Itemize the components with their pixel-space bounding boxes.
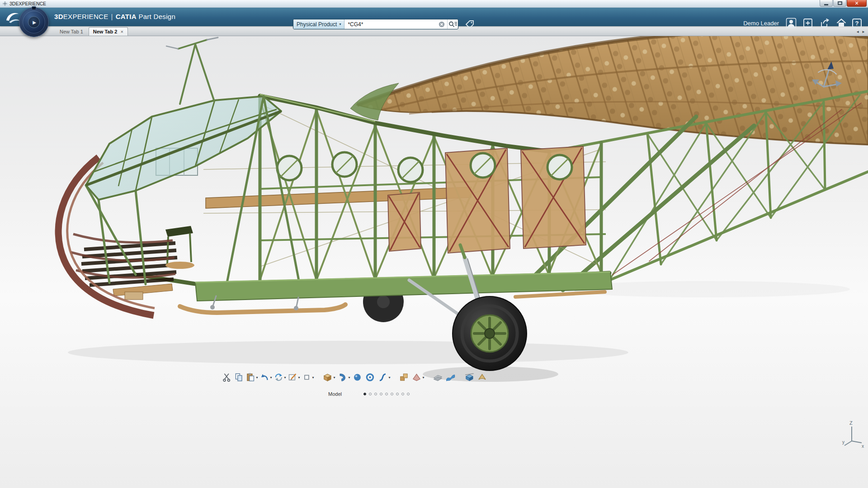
section-label: Model	[328, 391, 342, 397]
pad-icon	[322, 372, 333, 383]
toolbar-separator	[392, 377, 398, 378]
surface-icon	[445, 372, 456, 383]
chevron-down-icon[interactable]: ▾	[298, 375, 300, 380]
compass-play-button[interactable]: ▶	[28, 16, 40, 28]
toolbar-separator	[425, 377, 432, 378]
minimize-button[interactable]	[820, 0, 833, 7]
3d-viewport[interactable]: Z y x ▾	[0, 36, 868, 488]
scene-canvas[interactable]	[0, 36, 868, 488]
paste-button[interactable]: ▾	[245, 371, 259, 384]
thick-surface-icon	[433, 372, 443, 383]
compass-north-notch	[32, 6, 36, 10]
add-content-button[interactable]	[802, 17, 814, 29]
antenna-mast[interactable]	[166, 38, 218, 104]
global-search-bar: Physical Product ▾	[293, 19, 458, 29]
close-surface-icon	[477, 372, 488, 383]
tab-scroll-right-icon[interactable]: ►	[862, 30, 865, 34]
chevron-down-icon[interactable]: ▾	[284, 375, 286, 380]
multi-pad-icon	[399, 372, 410, 383]
section-dot[interactable]	[407, 393, 410, 395]
update-icon	[274, 372, 283, 382]
action-bar-sections: Model	[328, 391, 410, 397]
section-dot[interactable]	[380, 393, 382, 395]
home-button[interactable]	[835, 17, 847, 29]
toolbar-separator	[315, 377, 321, 378]
tags-button[interactable]	[465, 19, 475, 31]
view-compass[interactable]	[810, 58, 846, 94]
split-button[interactable]	[463, 371, 476, 384]
tab-close-icon[interactable]: ×	[120, 29, 123, 34]
wing[interactable]	[350, 36, 868, 145]
section-dot[interactable]	[385, 393, 388, 395]
profile-button[interactable]	[785, 17, 797, 29]
maximize-button[interactable]	[833, 0, 846, 7]
section-dot[interactable]	[363, 393, 366, 395]
section-dot[interactable]	[391, 393, 393, 395]
3d-compass-widget[interactable]: ▶	[19, 7, 49, 37]
shaft-icon	[337, 372, 348, 383]
undo-button[interactable]: ▾	[259, 371, 273, 384]
axis-x-label: x	[862, 444, 864, 448]
help-button[interactable]: ?	[852, 19, 862, 28]
close-surface-button[interactable]	[476, 371, 489, 384]
user-name[interactable]: Demo Leader	[743, 20, 779, 27]
window-title-bar: 3DEXPERIENCE ✕	[0, 0, 868, 8]
update-button[interactable]: ▾	[273, 371, 287, 384]
chevron-down-icon[interactable]: ▾	[389, 375, 391, 380]
search-input[interactable]	[344, 21, 436, 28]
app-header: 3DEXPERIENCE|CATIA Part Design Physical …	[0, 8, 868, 26]
section-dot[interactable]	[369, 393, 372, 395]
close-button[interactable]: ✕	[847, 0, 867, 7]
tab-scroll-arrows: ◄ ►	[856, 30, 865, 34]
pocket-icon	[352, 372, 363, 383]
groove-button[interactable]	[364, 371, 377, 384]
action-bar: ▾ ▾ ▾ ▾	[221, 371, 488, 384]
tab-new-tab-2[interactable]: New Tab 2 ×	[89, 27, 128, 36]
brand-divider: |	[111, 13, 113, 20]
pad-button[interactable]: ▾	[321, 371, 336, 384]
chevron-down-icon[interactable]: ▾	[423, 375, 425, 380]
cut-button[interactable]	[221, 371, 233, 384]
brand-experience: EXPERIENCE	[63, 13, 108, 20]
chevron-down-icon[interactable]: ▾	[270, 375, 272, 380]
shaft-button[interactable]: ▾	[336, 371, 351, 384]
brand-text: 3DEXPERIENCE|CATIA Part Design	[54, 13, 175, 20]
axis-z-label: Z	[849, 420, 853, 426]
share-button[interactable]	[819, 17, 830, 29]
paste-icon	[245, 372, 255, 382]
tab-new-tab-1[interactable]: New Tab 1	[55, 27, 88, 36]
header-actions: Demo Leader	[743, 17, 862, 29]
advanced-search-button[interactable]	[447, 19, 458, 29]
avatar-icon	[786, 18, 797, 28]
chevron-down-icon[interactable]: ▾	[312, 375, 314, 380]
groove-icon	[365, 372, 376, 383]
tab-label: New Tab 1	[60, 29, 83, 34]
copy-button[interactable]	[233, 371, 245, 384]
section-dot[interactable]	[374, 393, 377, 395]
clear-search-button[interactable]	[436, 19, 447, 29]
draft-angle-button[interactable]: ▾	[410, 371, 425, 384]
glider-model[interactable]	[58, 36, 868, 382]
thick-surface-button[interactable]	[432, 371, 444, 384]
main-wheel[interactable]	[453, 296, 527, 371]
section-dots	[363, 393, 410, 395]
positioned-sketch-button[interactable]: ▾	[287, 371, 301, 384]
multi-pad-button[interactable]	[398, 371, 410, 384]
section-dot[interactable]	[396, 393, 399, 395]
rib-button[interactable]: ▾	[377, 371, 392, 384]
search-scope-button[interactable]: Physical Product ▾	[293, 19, 344, 29]
axis-triad: Z y x	[842, 419, 865, 448]
help-icon: ?	[855, 20, 859, 27]
tab-scroll-left-icon[interactable]: ◄	[856, 30, 859, 34]
chevron-down-icon[interactable]: ▾	[349, 375, 350, 380]
rib-icon	[377, 372, 388, 383]
copy-icon	[234, 372, 244, 382]
section-dot[interactable]	[401, 393, 404, 395]
chevron-down-icon[interactable]: ▾	[334, 375, 335, 380]
search-icon	[448, 21, 458, 28]
view-section-button[interactable]: ▾	[301, 371, 315, 384]
chevron-down-icon[interactable]: ▾	[256, 375, 258, 380]
close-icon: ✕	[854, 0, 859, 6]
sweep-surface-button[interactable]	[444, 371, 457, 384]
pocket-button[interactable]	[351, 371, 364, 384]
